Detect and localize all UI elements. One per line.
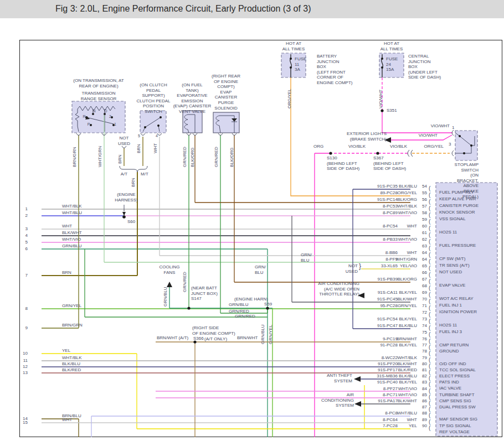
- pcm-function-60-6: HO2S 11: [439, 230, 496, 235]
- pcm-pin-89-36: 89: [413, 417, 427, 422]
- pcm-connector-icon-81-28: (: [429, 369, 430, 375]
- pcm-connector-icon-56-2: (: [429, 199, 430, 205]
- pcm-pin-56-2: 56: [413, 197, 427, 202]
- pcm-connector-icon-90-37: (: [429, 425, 430, 431]
- pcm-wirecolor-83-30: BLK/YEL: [384, 380, 417, 385]
- stoplamp-pin-3: 3: [449, 142, 451, 147]
- v-grnred-3: GRN/RED: [182, 272, 187, 292]
- pcm-wirecolor-55-1: ORG/YEL: [384, 190, 417, 195]
- pcm-connector-icon-76-23: (: [429, 338, 430, 344]
- pcm-wirecolor-80-27: BLK/WHT: [384, 361, 417, 366]
- pcm-pin-84-31: 84: [413, 386, 427, 391]
- pcm-wirecolor-58-4: WHT/VIO: [384, 210, 417, 215]
- left-pin-number-2: 2: [14, 213, 28, 218]
- org-label: ORG: [313, 144, 323, 149]
- pcm-pin-69-16: 69: [413, 290, 427, 295]
- pcm-pin-90-37: 90: [413, 423, 427, 428]
- pcm-connector-icon-87-34: (: [429, 406, 430, 412]
- left-pin-number-15: 15: [14, 420, 28, 425]
- pcm-pin-82-29: 82: [413, 373, 427, 378]
- vioblk-1: VIO/BLK: [348, 144, 366, 149]
- pcm-function-54-0: FUEL PUMP RLY: [439, 190, 496, 195]
- engine-harness: (ENGINE HARNESS): [115, 192, 137, 203]
- left-pin-number-10: 10: [14, 351, 28, 356]
- pcm-pin-76-23: 76: [413, 336, 427, 341]
- v-grnred-1: GRN/RED: [182, 147, 187, 167]
- left-pin-wire-9: BRN/GRN: [62, 323, 83, 328]
- pcm-connector-icon-77-24: (: [429, 344, 430, 350]
- left-pin-wire-7: BRN: [62, 270, 71, 276]
- pcm-connector-icon-72-19: (: [429, 312, 430, 318]
- splice-s351: S351: [387, 108, 397, 113]
- left-pin-number-11: 11: [14, 358, 28, 363]
- pcm-wirecolor-65-12: YEL/VIO: [384, 263, 417, 268]
- v-viowht: VIO/WHT: [378, 90, 383, 108]
- pcm-connector-icon-88-35: (: [429, 412, 430, 418]
- splice-s60: S60: [127, 219, 135, 225]
- pcm-pin-63-9: 63: [413, 243, 427, 248]
- v-grnyel: GRN/YEL: [268, 325, 273, 344]
- mt-tag: M/T: [141, 172, 148, 177]
- connector-symbols: [76, 130, 454, 157]
- splice-s367: S367 (BEHIND LEFT SIDE OF DASH): [373, 155, 406, 172]
- pcm-wirecolor-70-17: BLK/WHT: [384, 297, 417, 302]
- viowht-1: VIO/WHT: [431, 123, 450, 129]
- pcm-pin-54-0: 54: [413, 184, 427, 189]
- pcm-connector-icon-60-6: (: [429, 225, 430, 231]
- pcm-wirecolor-84-31: WHT/VIO: [384, 386, 417, 391]
- left-pin-number-13: 13: [14, 370, 28, 375]
- brnwht-at: BRN/WHT (A/T): [157, 335, 188, 341]
- splice-s130: S130 (BEHIND LEFT SIDE OF DASH): [327, 155, 359, 172]
- pcm-pin-78-25: 78: [413, 349, 427, 354]
- pcm-connector-icon-89-36: (: [429, 419, 430, 425]
- pcm-wirecolor-71-18: GRN/YEL: [384, 303, 417, 308]
- pcm-pin-55-1: 55: [413, 190, 427, 195]
- left-pin-wire-2: WHT/BLU: [62, 210, 82, 216]
- pcm-connector-icon-59-5: (: [429, 219, 430, 225]
- left-pin-wire-6: GRN/BLU: [62, 243, 82, 249]
- pcm-pin-67-14: 67: [413, 277, 427, 282]
- left-pin-wire-13: BLK/RED: [62, 367, 81, 373]
- pcm-pin-80-27: 80: [413, 361, 427, 366]
- pcm-connector-icon-63-9: (: [429, 245, 430, 251]
- pcm-connector-icon-80-27: (: [429, 363, 430, 369]
- exterior-lights: EXTERIOR LIGHTS (BRAKE SWITCH): [347, 131, 387, 142]
- pcm-pin-73-20: 73: [413, 317, 427, 321]
- pcm-function-73-20: HO2S 11: [439, 323, 496, 328]
- cooling-fans: COOLING FANS: [160, 264, 180, 275]
- at-only: (A/T ONLY): [204, 336, 227, 342]
- pcm-pin-60-6: 60: [413, 224, 427, 229]
- pcm-pin-87-34: 87: [413, 404, 427, 409]
- left-pin-wire-12: BLK/BLU: [62, 361, 80, 367]
- left-pin-number-9: 9: [14, 325, 28, 330]
- pcm-wirecolor-62-8: WHT/VIO: [384, 237, 417, 242]
- pcm-wirecolor-64-10: WHT: [384, 250, 417, 255]
- left-pin-wire-10: YEL: [62, 348, 70, 354]
- pcm-function-58-4: VSS SIGNAL: [439, 216, 496, 221]
- pcm-connector-icon-85-32: (: [429, 394, 430, 400]
- component-boxes: [72, 53, 497, 436]
- pcm-wirecolor-86-33: BLK/WHT: [384, 398, 417, 403]
- left-pin-number-6: 6: [14, 246, 28, 251]
- pcm-wirecolor-64-11: WHT/GRN: [384, 257, 417, 262]
- pcm-pin-72-19: 72: [413, 310, 427, 315]
- trs-pin-n: N: [92, 108, 95, 114]
- pcm-pin-64-10: 64: [413, 250, 427, 255]
- pcm-function-84-31: TURBINE SHAFT: [439, 392, 496, 397]
- trs-pin-1: 1: [114, 122, 116, 127]
- central-junction-box: CENTRAL JUNCTION BOX (UNDER LEFT SDIE OF…: [408, 54, 441, 80]
- trs-pin-r: R: [83, 114, 85, 120]
- left-pin-wire-15: WHT: [62, 417, 72, 423]
- pcm-pin-79-26: 79: [413, 355, 427, 360]
- left-pin-wire-5: WHT/VIO: [62, 237, 81, 242]
- pcm-connector-icon-71-18: (: [429, 305, 430, 311]
- v-brn-3: BRN: [136, 144, 141, 153]
- pcm-pin-64-11: 64: [413, 257, 427, 262]
- v-brngrn: BRN/GRN: [72, 147, 77, 167]
- pcm-pin-71-18: 71: [413, 303, 427, 308]
- pcm-connector-icon-83-30: (: [429, 381, 430, 387]
- pcm-pin-68-15: 68: [413, 283, 427, 288]
- left-pin-wire-1: WHT/BLK: [62, 204, 82, 209]
- left-pin-wire-4: BLK/WHT: [62, 230, 82, 236]
- pcm-connector-icon-73-20: (: [429, 318, 430, 324]
